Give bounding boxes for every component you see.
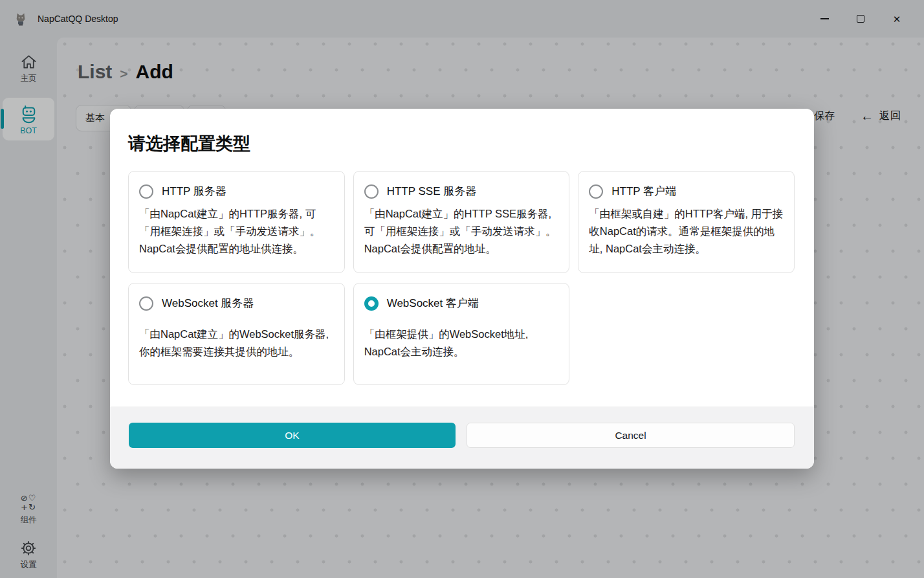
option-description: 「由NapCat建立」的HTTP服务器, 可「用框架连接」或「手动发送请求」。N…	[139, 205, 334, 258]
option-label: WebSocket 服务器	[162, 296, 254, 311]
option-label: WebSocket 客户端	[387, 296, 479, 311]
option-http-client[interactable]: HTTP 客户端 「由框架或自建」的HTTP客户端, 用于接收NapCat的请求…	[578, 171, 795, 273]
option-websocket-server[interactable]: WebSocket 服务器 「由NapCat建立」的WebSocket服务器, …	[128, 283, 345, 385]
option-description: 「由NapCat建立」的HTTP SSE服务器, 可「用框架连接」或「手动发送请…	[364, 205, 559, 258]
radio-unchecked-icon[interactable]	[364, 184, 379, 199]
option-label: HTTP SSE 服务器	[387, 184, 477, 199]
config-type-dialog: 请选择配置类型 HTTP 服务器 「由NapCat建立」的HTTP服务器, 可「…	[110, 109, 814, 469]
radio-unchecked-icon[interactable]	[139, 184, 153, 199]
dialog-title: 请选择配置类型	[128, 132, 795, 155]
option-description: 「由框架提供」的WebSocket地址, NapCat会主动连接。	[364, 326, 559, 361]
dialog-body: 请选择配置类型 HTTP 服务器 「由NapCat建立」的HTTP服务器, 可「…	[110, 109, 814, 406]
option-label: HTTP 客户端	[611, 184, 676, 199]
radio-unchecked-icon[interactable]	[589, 184, 603, 199]
radio-checked-icon[interactable]	[364, 296, 379, 311]
config-type-options: HTTP 服务器 「由NapCat建立」的HTTP服务器, 可「用框架连接」或「…	[128, 171, 795, 385]
radio-unchecked-icon[interactable]	[139, 296, 153, 311]
ok-button[interactable]: OK	[129, 423, 456, 448]
option-websocket-client[interactable]: WebSocket 客户端 「由框架提供」的WebSocket地址, NapCa…	[353, 283, 570, 385]
option-label: HTTP 服务器	[162, 184, 226, 199]
option-http-server[interactable]: HTTP 服务器 「由NapCat建立」的HTTP服务器, 可「用框架连接」或「…	[128, 171, 345, 273]
option-description: 「由NapCat建立」的WebSocket服务器, 你的框架需要连接其提供的地址…	[139, 326, 334, 361]
option-description: 「由框架或自建」的HTTP客户端, 用于接收NapCat的请求。通常是框架提供的…	[589, 205, 784, 258]
dialog-footer: OK Cancel	[110, 406, 814, 469]
cancel-button[interactable]: Cancel	[467, 423, 795, 448]
option-http-sse-server[interactable]: HTTP SSE 服务器 「由NapCat建立」的HTTP SSE服务器, 可「…	[353, 171, 570, 273]
